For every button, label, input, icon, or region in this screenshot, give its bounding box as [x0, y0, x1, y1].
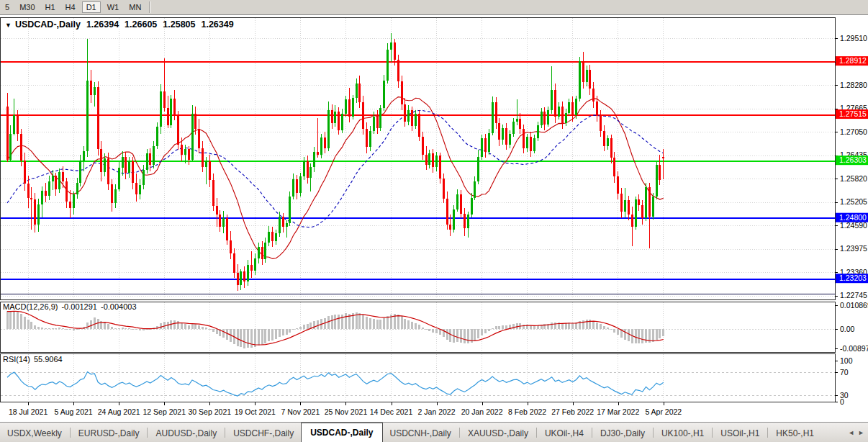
tab-audusd-daily[interactable]: AUDUSD-,Daily: [148, 425, 224, 442]
tab-hk50-h1[interactable]: HK50-,H1: [769, 425, 821, 442]
candle-body: [41, 191, 43, 204]
tab-ukoil-h4[interactable]: UKOil-,H4: [538, 425, 591, 442]
candle-body: [86, 81, 89, 151]
price-axis-label: 1.25820: [840, 174, 867, 183]
macd-histogram-bar: [52, 328, 54, 329]
candle-body: [641, 205, 643, 218]
tab-uk100-h1[interactable]: UK100-,H1: [654, 425, 711, 442]
candle-body: [662, 157, 664, 158]
candle-body: [439, 155, 441, 179]
date-axis-label: 5 Apr 2022: [645, 407, 682, 416]
macd-histogram-bar: [492, 328, 494, 329]
rsi-name: RSI(14): [3, 355, 30, 364]
candle-body: [537, 125, 539, 138]
macd-histogram-bar: [610, 329, 612, 330]
candle-body: [404, 104, 406, 122]
candle-body: [498, 123, 500, 140]
tab-separator: [70, 428, 71, 438]
candle-body: [261, 247, 263, 259]
candle-body: [216, 206, 218, 215]
candle-body: [624, 200, 626, 212]
candle-body: [163, 91, 166, 108]
candle-body: [366, 129, 368, 147]
tab-eurusd-daily[interactable]: EURUSD-,Daily: [71, 425, 147, 442]
quote-high: 1.26605: [125, 19, 157, 30]
candle-body: [397, 60, 399, 81]
macd-histogram-bar: [111, 327, 113, 329]
candle-body: [275, 233, 277, 241]
tab-xauusd-daily[interactable]: XAUUSD-,Daily: [461, 425, 535, 442]
rsi-axis-label: 0: [840, 397, 844, 406]
macd-histogram-bar: [258, 329, 260, 346]
candle-body: [620, 194, 623, 212]
macd-histogram-bar: [69, 329, 71, 330]
candle-body: [446, 199, 448, 225]
symbol-dropdown-icon[interactable]: ▼: [5, 22, 12, 29]
macd-histogram-bar: [460, 329, 462, 343]
macd-histogram-bar: [617, 329, 619, 335]
candle-body: [586, 70, 588, 82]
macd-histogram-bar: [407, 320, 410, 329]
candle-body: [565, 113, 567, 123]
candle-body: [83, 151, 85, 161]
candle-body: [341, 114, 343, 130]
macd-histogram-bar: [498, 326, 500, 329]
candle-body: [575, 99, 577, 115]
candle-body: [401, 81, 403, 104]
macd-histogram-bar: [94, 317, 96, 329]
tab-scroll-left-icon[interactable]: ◄: [848, 429, 858, 442]
macd-histogram-bar: [432, 329, 434, 333]
candle-body: [160, 91, 162, 127]
tab-usdcnh-daily[interactable]: USDCNH-,Daily: [383, 425, 458, 442]
macd-histogram-bar: [435, 329, 438, 333]
date-axis-label: 27 Feb 2022: [551, 407, 594, 416]
macd-histogram-bar: [240, 329, 242, 347]
macd-histogram-bar: [477, 329, 479, 338]
macd-histogram-bar: [603, 326, 605, 329]
chart-canvas[interactable]: 1.295101.288951.282801.276651.270501.264…: [0, 0, 868, 442]
tab-dj30-daily[interactable]: DJ30-,Daily: [593, 425, 652, 442]
candle-body: [58, 172, 60, 189]
candle-body: [373, 117, 375, 131]
price-axis-label: 1.23975: [840, 244, 867, 253]
candle-body: [348, 99, 351, 117]
macd-histogram-bar: [662, 329, 664, 336]
candle-body: [362, 102, 364, 129]
candle-body: [571, 102, 574, 115]
tab-usdx-weekly[interactable]: USDX,Weekly: [0, 425, 69, 442]
tab-usdcad-daily[interactable]: USDCAD-,Daily: [301, 423, 382, 442]
macd-histogram-bar: [502, 325, 504, 329]
candle-body: [146, 153, 148, 170]
tab-usdchf-daily[interactable]: USDCHF-,Daily: [226, 425, 301, 442]
candle-body: [132, 161, 134, 183]
candle-body: [449, 225, 451, 230]
candle-body: [90, 81, 92, 95]
candle-body: [292, 179, 294, 197]
rsi-panel[interactable]: [1, 354, 836, 402]
candle-body: [202, 148, 204, 167]
candle-body: [492, 102, 494, 132]
macd-histogram-bar: [271, 329, 273, 340]
candle-body: [428, 153, 430, 165]
candle-body: [143, 170, 145, 185]
macd-histogram-bar: [76, 329, 78, 330]
candle-body: [407, 110, 410, 122]
candle-body: [122, 157, 124, 168]
macd-histogram-bar: [397, 315, 399, 329]
candle-body: [509, 134, 511, 145]
tab-usoil-h1[interactable]: USOil-,H1: [713, 425, 767, 442]
tab-separator: [147, 428, 148, 438]
macd-histogram-bar: [638, 329, 640, 343]
candle-body: [579, 61, 581, 99]
candle-body: [481, 138, 483, 156]
tab-scroll-right-icon[interactable]: ►: [858, 429, 868, 442]
date-axis-label: 17 Mar 2022: [597, 407, 639, 416]
macd-histogram-bar: [65, 329, 68, 330]
candle-body: [34, 199, 36, 225]
candle-body: [635, 199, 637, 227]
macd-histogram-bar: [62, 328, 64, 329]
macd-histogram-bar: [122, 328, 124, 329]
candle-body: [250, 265, 253, 271]
chart-title: ▼USDCAD-,Daily1.263941.266051.258051.263…: [5, 19, 234, 30]
macd-histogram-bar: [592, 321, 595, 329]
